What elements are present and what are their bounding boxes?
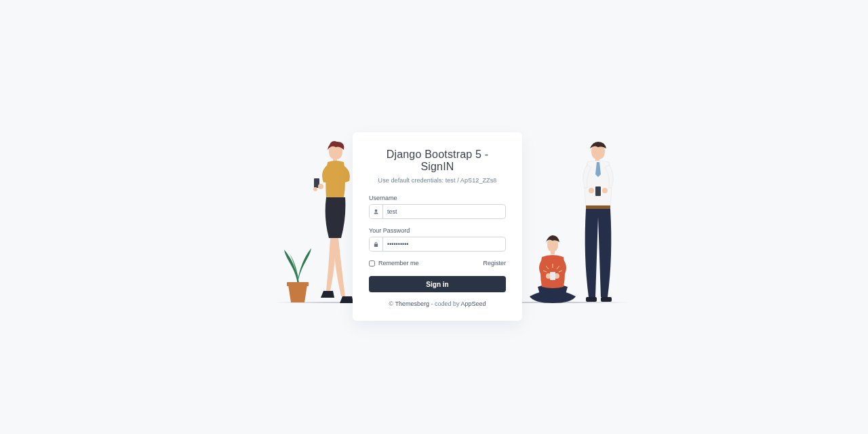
- remember-me-checkbox[interactable]: [369, 260, 375, 267]
- footer-brand-link[interactable]: Themesberg: [395, 300, 429, 307]
- user-icon: [370, 205, 383, 218]
- svg-point-7: [589, 188, 594, 193]
- svg-rect-12: [601, 297, 612, 302]
- signin-card: Django Bootstrap 5 - SignIN Use default …: [353, 132, 522, 321]
- page-title: Django Bootstrap 5 - SignIN: [369, 149, 506, 173]
- svg-rect-9: [595, 186, 601, 196]
- signin-button[interactable]: Sign in: [369, 276, 506, 292]
- password-label: Your Password: [369, 227, 506, 234]
- username-label: Username: [369, 195, 506, 201]
- illustration-man-sitting: [526, 234, 580, 305]
- svg-rect-11: [586, 297, 597, 302]
- remember-me[interactable]: Remember me: [369, 260, 419, 267]
- username-input[interactable]: [383, 205, 505, 218]
- remember-me-label: Remember me: [378, 260, 419, 267]
- svg-rect-13: [551, 250, 555, 254]
- credentials-hint: Use default credentials: test / ApS12_ZZ…: [369, 177, 506, 184]
- svg-rect-10: [586, 205, 610, 209]
- username-input-group: [369, 204, 506, 219]
- svg-rect-16: [550, 272, 555, 280]
- lock-icon: [370, 237, 383, 251]
- password-input-group: [369, 237, 506, 252]
- footer: © Themesberg - coded by AppSeed: [369, 300, 506, 307]
- svg-point-8: [602, 188, 608, 193]
- footer-coder-link[interactable]: AppSeed: [461, 300, 486, 307]
- svg-point-4: [318, 184, 323, 189]
- svg-point-5: [313, 187, 317, 191]
- register-link[interactable]: Register: [483, 260, 506, 267]
- footer-separator: - coded by: [429, 300, 461, 307]
- password-input[interactable]: [383, 237, 505, 251]
- svg-rect-0: [287, 282, 309, 286]
